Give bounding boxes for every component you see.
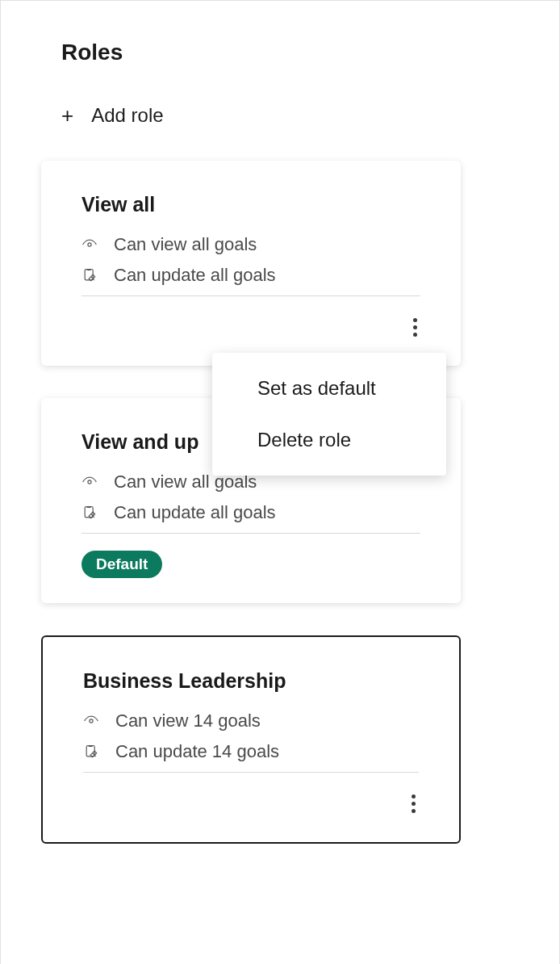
card-footer xyxy=(81,311,420,343)
context-menu: Set as default Delete role xyxy=(212,353,446,476)
card-footer: Default xyxy=(81,548,420,580)
dots-vertical-icon xyxy=(412,794,416,798)
svg-point-2 xyxy=(88,480,91,484)
add-role-label: Add role xyxy=(91,104,163,127)
edit-icon xyxy=(81,505,98,521)
eye-icon xyxy=(81,237,98,253)
dots-vertical-icon xyxy=(413,318,417,322)
permission-row: Can update 14 goals xyxy=(83,741,419,762)
update-permission-text: Can update all goals xyxy=(114,265,276,286)
permission-row: Can view 14 goals xyxy=(83,710,419,731)
view-permission-text: Can view all goals xyxy=(114,234,257,255)
update-permission-text: Can update all goals xyxy=(114,502,276,523)
more-options-button[interactable] xyxy=(408,788,419,819)
divider xyxy=(81,533,420,534)
divider xyxy=(81,295,420,296)
default-badge: Default xyxy=(81,551,162,578)
roles-panel: Roles + Add role View all Can view all g… xyxy=(0,0,560,964)
svg-point-4 xyxy=(90,719,93,723)
view-permission-text: Can view 14 goals xyxy=(115,710,261,731)
more-options-button[interactable] xyxy=(410,312,420,343)
edit-icon xyxy=(83,744,99,760)
plus-icon: + xyxy=(61,105,73,126)
role-card[interactable]: View all Can view all goals Can update a… xyxy=(41,161,461,366)
update-permission-text: Can update 14 goals xyxy=(115,741,279,762)
menu-set-default[interactable]: Set as default xyxy=(212,363,446,414)
eye-icon xyxy=(81,474,98,490)
edit-icon xyxy=(81,267,98,283)
add-role-button[interactable]: + Add role xyxy=(41,104,164,127)
role-title: View all xyxy=(81,193,420,216)
menu-delete-role[interactable]: Delete role xyxy=(212,414,446,466)
permission-row: Can update all goals xyxy=(81,502,420,523)
permission-row: Can update all goals xyxy=(81,265,420,286)
card-footer xyxy=(83,787,419,819)
section-title: Roles xyxy=(41,40,461,65)
permission-row: Can view all goals xyxy=(81,234,420,255)
svg-point-0 xyxy=(88,243,91,246)
eye-icon xyxy=(83,713,99,729)
role-title: Business Leadership xyxy=(83,669,419,693)
role-card[interactable]: Business Leadership Can view 14 goals Ca… xyxy=(41,635,461,844)
divider xyxy=(83,772,419,773)
